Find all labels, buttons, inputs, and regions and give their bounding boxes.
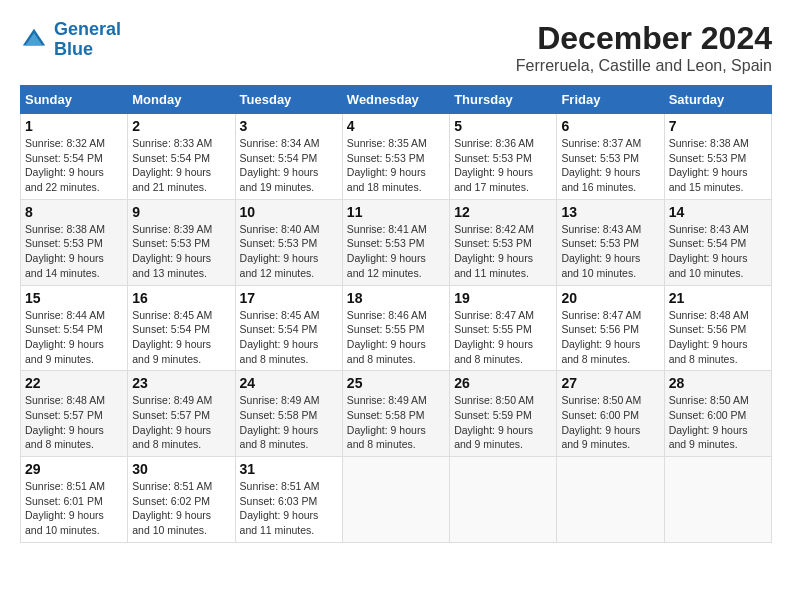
calendar-cell <box>557 457 664 543</box>
day-number: 17 <box>240 290 338 306</box>
calendar-week-row: 8Sunrise: 8:38 AM Sunset: 5:53 PM Daylig… <box>21 199 772 285</box>
day-detail: Sunrise: 8:49 AM Sunset: 5:57 PM Dayligh… <box>132 393 230 452</box>
calendar-cell <box>342 457 449 543</box>
day-number: 20 <box>561 290 659 306</box>
calendar-cell: 13Sunrise: 8:43 AM Sunset: 5:53 PM Dayli… <box>557 199 664 285</box>
day-number: 19 <box>454 290 552 306</box>
day-detail: Sunrise: 8:50 AM Sunset: 5:59 PM Dayligh… <box>454 393 552 452</box>
calendar-subtitle: Ferreruela, Castille and Leon, Spain <box>516 57 772 75</box>
day-detail: Sunrise: 8:38 AM Sunset: 5:53 PM Dayligh… <box>25 222 123 281</box>
calendar-cell: 27Sunrise: 8:50 AM Sunset: 6:00 PM Dayli… <box>557 371 664 457</box>
calendar-cell: 5Sunrise: 8:36 AM Sunset: 5:53 PM Daylig… <box>450 114 557 200</box>
weekday-header: Wednesday <box>342 86 449 114</box>
day-number: 13 <box>561 204 659 220</box>
day-number: 21 <box>669 290 767 306</box>
day-number: 31 <box>240 461 338 477</box>
calendar-cell: 8Sunrise: 8:38 AM Sunset: 5:53 PM Daylig… <box>21 199 128 285</box>
day-number: 23 <box>132 375 230 391</box>
day-number: 5 <box>454 118 552 134</box>
calendar-cell: 9Sunrise: 8:39 AM Sunset: 5:53 PM Daylig… <box>128 199 235 285</box>
day-number: 6 <box>561 118 659 134</box>
day-number: 30 <box>132 461 230 477</box>
calendar-cell: 11Sunrise: 8:41 AM Sunset: 5:53 PM Dayli… <box>342 199 449 285</box>
day-detail: Sunrise: 8:43 AM Sunset: 5:53 PM Dayligh… <box>561 222 659 281</box>
day-detail: Sunrise: 8:35 AM Sunset: 5:53 PM Dayligh… <box>347 136 445 195</box>
calendar-cell: 28Sunrise: 8:50 AM Sunset: 6:00 PM Dayli… <box>664 371 771 457</box>
weekday-header: Sunday <box>21 86 128 114</box>
calendar-cell: 23Sunrise: 8:49 AM Sunset: 5:57 PM Dayli… <box>128 371 235 457</box>
calendar-cell: 22Sunrise: 8:48 AM Sunset: 5:57 PM Dayli… <box>21 371 128 457</box>
page-header: General Blue December 2024 Ferreruela, C… <box>20 20 772 75</box>
weekday-header: Saturday <box>664 86 771 114</box>
day-number: 26 <box>454 375 552 391</box>
day-detail: Sunrise: 8:37 AM Sunset: 5:53 PM Dayligh… <box>561 136 659 195</box>
calendar-cell: 20Sunrise: 8:47 AM Sunset: 5:56 PM Dayli… <box>557 285 664 371</box>
calendar-cell: 16Sunrise: 8:45 AM Sunset: 5:54 PM Dayli… <box>128 285 235 371</box>
calendar-cell: 10Sunrise: 8:40 AM Sunset: 5:53 PM Dayli… <box>235 199 342 285</box>
day-detail: Sunrise: 8:51 AM Sunset: 6:01 PM Dayligh… <box>25 479 123 538</box>
day-detail: Sunrise: 8:33 AM Sunset: 5:54 PM Dayligh… <box>132 136 230 195</box>
calendar-cell: 2Sunrise: 8:33 AM Sunset: 5:54 PM Daylig… <box>128 114 235 200</box>
weekday-header: Tuesday <box>235 86 342 114</box>
calendar-table: SundayMondayTuesdayWednesdayThursdayFrid… <box>20 85 772 543</box>
calendar-cell: 18Sunrise: 8:46 AM Sunset: 5:55 PM Dayli… <box>342 285 449 371</box>
calendar-week-row: 1Sunrise: 8:32 AM Sunset: 5:54 PM Daylig… <box>21 114 772 200</box>
calendar-cell: 30Sunrise: 8:51 AM Sunset: 6:02 PM Dayli… <box>128 457 235 543</box>
day-detail: Sunrise: 8:34 AM Sunset: 5:54 PM Dayligh… <box>240 136 338 195</box>
calendar-cell: 19Sunrise: 8:47 AM Sunset: 5:55 PM Dayli… <box>450 285 557 371</box>
calendar-cell: 17Sunrise: 8:45 AM Sunset: 5:54 PM Dayli… <box>235 285 342 371</box>
calendar-cell: 21Sunrise: 8:48 AM Sunset: 5:56 PM Dayli… <box>664 285 771 371</box>
day-number: 25 <box>347 375 445 391</box>
calendar-cell: 29Sunrise: 8:51 AM Sunset: 6:01 PM Dayli… <box>21 457 128 543</box>
calendar-cell: 1Sunrise: 8:32 AM Sunset: 5:54 PM Daylig… <box>21 114 128 200</box>
calendar-cell: 31Sunrise: 8:51 AM Sunset: 6:03 PM Dayli… <box>235 457 342 543</box>
day-number: 4 <box>347 118 445 134</box>
day-number: 11 <box>347 204 445 220</box>
day-detail: Sunrise: 8:49 AM Sunset: 5:58 PM Dayligh… <box>240 393 338 452</box>
logo-icon <box>20 26 48 54</box>
day-number: 7 <box>669 118 767 134</box>
calendar-week-row: 29Sunrise: 8:51 AM Sunset: 6:01 PM Dayli… <box>21 457 772 543</box>
day-number: 28 <box>669 375 767 391</box>
day-detail: Sunrise: 8:45 AM Sunset: 5:54 PM Dayligh… <box>132 308 230 367</box>
title-block: December 2024 Ferreruela, Castille and L… <box>516 20 772 75</box>
weekday-header: Monday <box>128 86 235 114</box>
day-number: 1 <box>25 118 123 134</box>
day-number: 9 <box>132 204 230 220</box>
day-detail: Sunrise: 8:36 AM Sunset: 5:53 PM Dayligh… <box>454 136 552 195</box>
day-number: 16 <box>132 290 230 306</box>
calendar-cell: 12Sunrise: 8:42 AM Sunset: 5:53 PM Dayli… <box>450 199 557 285</box>
day-detail: Sunrise: 8:46 AM Sunset: 5:55 PM Dayligh… <box>347 308 445 367</box>
day-number: 12 <box>454 204 552 220</box>
day-detail: Sunrise: 8:50 AM Sunset: 6:00 PM Dayligh… <box>669 393 767 452</box>
calendar-cell: 26Sunrise: 8:50 AM Sunset: 5:59 PM Dayli… <box>450 371 557 457</box>
calendar-cell: 15Sunrise: 8:44 AM Sunset: 5:54 PM Dayli… <box>21 285 128 371</box>
day-detail: Sunrise: 8:50 AM Sunset: 6:00 PM Dayligh… <box>561 393 659 452</box>
day-number: 15 <box>25 290 123 306</box>
calendar-week-row: 15Sunrise: 8:44 AM Sunset: 5:54 PM Dayli… <box>21 285 772 371</box>
day-number: 8 <box>25 204 123 220</box>
calendar-week-row: 22Sunrise: 8:48 AM Sunset: 5:57 PM Dayli… <box>21 371 772 457</box>
weekday-header: Thursday <box>450 86 557 114</box>
day-detail: Sunrise: 8:44 AM Sunset: 5:54 PM Dayligh… <box>25 308 123 367</box>
calendar-cell: 3Sunrise: 8:34 AM Sunset: 5:54 PM Daylig… <box>235 114 342 200</box>
calendar-cell <box>450 457 557 543</box>
day-detail: Sunrise: 8:49 AM Sunset: 5:58 PM Dayligh… <box>347 393 445 452</box>
calendar-title: December 2024 <box>516 20 772 57</box>
calendar-cell: 24Sunrise: 8:49 AM Sunset: 5:58 PM Dayli… <box>235 371 342 457</box>
day-detail: Sunrise: 8:51 AM Sunset: 6:02 PM Dayligh… <box>132 479 230 538</box>
day-number: 14 <box>669 204 767 220</box>
calendar-cell: 6Sunrise: 8:37 AM Sunset: 5:53 PM Daylig… <box>557 114 664 200</box>
day-detail: Sunrise: 8:42 AM Sunset: 5:53 PM Dayligh… <box>454 222 552 281</box>
calendar-cell: 14Sunrise: 8:43 AM Sunset: 5:54 PM Dayli… <box>664 199 771 285</box>
day-number: 2 <box>132 118 230 134</box>
day-number: 10 <box>240 204 338 220</box>
weekday-header-row: SundayMondayTuesdayWednesdayThursdayFrid… <box>21 86 772 114</box>
day-detail: Sunrise: 8:51 AM Sunset: 6:03 PM Dayligh… <box>240 479 338 538</box>
day-detail: Sunrise: 8:45 AM Sunset: 5:54 PM Dayligh… <box>240 308 338 367</box>
calendar-cell <box>664 457 771 543</box>
day-detail: Sunrise: 8:47 AM Sunset: 5:55 PM Dayligh… <box>454 308 552 367</box>
day-detail: Sunrise: 8:43 AM Sunset: 5:54 PM Dayligh… <box>669 222 767 281</box>
calendar-cell: 4Sunrise: 8:35 AM Sunset: 5:53 PM Daylig… <box>342 114 449 200</box>
logo-text: General Blue <box>54 20 121 60</box>
